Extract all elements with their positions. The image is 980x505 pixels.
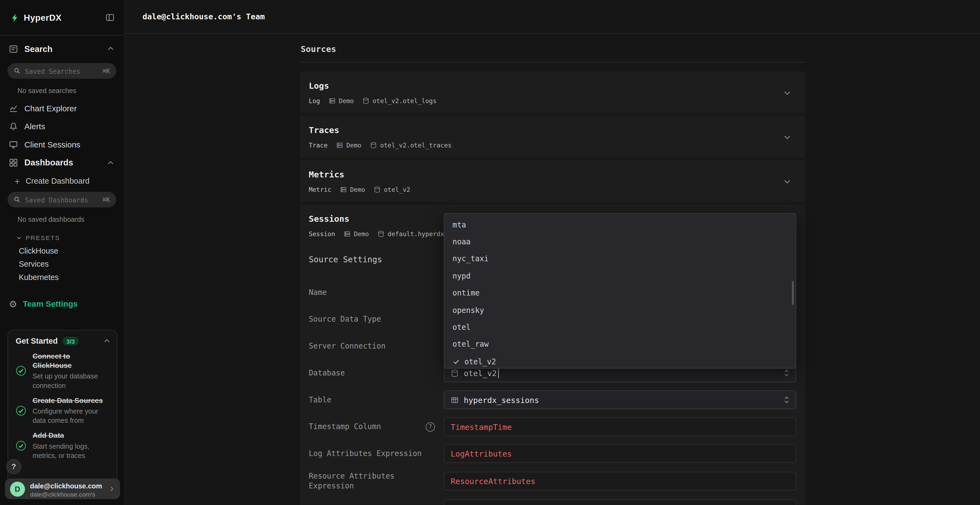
source-type-label: Trace — [309, 141, 328, 148]
user-menu[interactable]: D dale@clickhouse.com dale@clickhouse.co… — [5, 479, 120, 499]
chevron-up-icon — [107, 159, 115, 167]
timestamp-column-input[interactable]: TimestampTime — [444, 418, 796, 436]
database-icon — [377, 230, 384, 237]
preset-item-kubernetes[interactable]: Kubernetes — [0, 271, 124, 284]
get-started-item-title: Add Data — [32, 431, 111, 440]
source-data-type-label: Source Data Type — [309, 314, 381, 324]
get-started-item-desc: Set up your database connection — [32, 372, 111, 390]
get-started-item-sources[interactable]: Create Data Sources Configure where your… — [16, 396, 111, 425]
help-button[interactable]: ? — [6, 459, 21, 474]
create-dashboard-label: Create Dashboard — [25, 177, 89, 186]
dropdown-option-label: opensky — [452, 306, 484, 314]
form-row-resource-attributes: Resource Attributes Expression ResourceA… — [309, 471, 796, 491]
dropdown-option-label: nypd — [452, 272, 470, 280]
table-name: otel_v2.otel_traces — [380, 141, 452, 148]
source-card-logs[interactable]: Logs Log Demo ot — [300, 71, 805, 114]
dropdown-option-label: otel_raw — [452, 340, 488, 349]
clipped-input[interactable] — [444, 499, 796, 505]
get-started-item-add-data[interactable]: Add Data Start sending logs, metrics, or… — [16, 431, 111, 460]
table-select[interactable]: hyperdx_sessions — [444, 391, 796, 409]
kbd-shortcut: ⌘K — [102, 196, 110, 203]
database-value: otel_v2 — [464, 368, 497, 377]
saved-dashboards-placeholder: Saved Dashboards — [25, 196, 88, 203]
no-saved-searches-note: No saved searches — [0, 79, 124, 97]
user-name: dale@clickhouse.com — [30, 482, 102, 489]
source-card-metrics[interactable]: Metrics Metric Demo — [300, 160, 805, 202]
sidebar-section-dashboards[interactable]: Dashboards — [0, 154, 124, 172]
resource-attributes-input[interactable]: ResourceAttributes — [444, 472, 796, 490]
dropdown-option[interactable]: noaa — [444, 233, 795, 250]
preset-item-clickhouse[interactable]: ClickHouse — [0, 245, 124, 258]
kbd-shortcut: ⌘K — [102, 67, 110, 74]
chevron-down-icon[interactable] — [783, 89, 791, 97]
dropdown-option[interactable]: otel — [444, 319, 795, 336]
divider — [300, 62, 805, 62]
dropdown-option[interactable]: otel_raw — [444, 336, 795, 353]
monitor-icon — [9, 140, 18, 149]
hyperdx-logo-icon — [10, 13, 19, 22]
sidebar-item-team-settings[interactable]: ⚙ Team Settings — [0, 293, 124, 314]
resource-attributes-value: ResourceAttributes — [450, 476, 535, 486]
create-dashboard-button[interactable]: Create Dashboard — [0, 172, 124, 191]
sidebar-item-chart-explorer[interactable]: Chart Explorer — [0, 99, 124, 118]
sidebar-section-search[interactable]: Search — [0, 36, 124, 62]
team-settings-label: Team Settings — [23, 299, 78, 308]
source-card-title: Metrics — [309, 168, 796, 181]
get-started-item-title: Connect to ClickHouse — [32, 352, 111, 371]
log-attributes-input[interactable]: LogAttributes — [444, 444, 796, 463]
sidebar-item-label: Alerts — [24, 122, 45, 131]
server-icon — [344, 230, 351, 237]
resource-attributes-label: Resource Attributes Expression — [309, 471, 435, 491]
server-connection-label: Server Connection — [309, 341, 385, 351]
sidebar-item-client-sessions[interactable]: Client Sessions — [0, 135, 124, 154]
dropdown-option[interactable]: opensky — [444, 302, 795, 319]
source-type-label: Metric — [309, 186, 331, 193]
source-card-meta: Log Demo otel_v2.otel_logs — [309, 95, 796, 106]
chevron-right-icon — [108, 485, 115, 492]
form-row-timestamp-column: Timestamp Column ? TimestampTime — [309, 418, 796, 436]
dropdown-scrollbar[interactable] — [792, 281, 794, 305]
connection-badge: Demo — [329, 97, 354, 104]
dropdown-option-label: mta — [452, 221, 466, 229]
saved-searches-placeholder: Saved Searches — [25, 67, 80, 75]
user-workspace: dale@clickhouse.com's — [30, 491, 102, 499]
saved-searches-input[interactable]: Saved Searches ⌘K — [8, 63, 116, 79]
dropdown-option-selected[interactable]: otel_v2 — [444, 353, 795, 369]
saved-dashboards-input[interactable]: Saved Dashboards ⌘K — [8, 192, 116, 207]
presets-toggle[interactable]: PRESETS — [0, 226, 124, 245]
chevron-down-icon[interactable] — [783, 133, 791, 141]
page-header-title: dale@clickhouse.com's Team — [142, 12, 265, 21]
source-card-meta: Metric Demo otel_v2 — [309, 184, 796, 194]
connection-name: Demo — [354, 230, 369, 237]
dropdown-option[interactable]: ontime — [444, 284, 795, 302]
database-icon — [374, 186, 381, 193]
presets-label: PRESETS — [25, 234, 60, 241]
app-root: HyperDX Search Saved Searches ⌘K No save… — [0, 0, 980, 505]
dropdown-option[interactable]: nyc_taxi — [444, 250, 795, 267]
text-cursor — [498, 368, 499, 377]
collapse-sidebar-icon[interactable] — [106, 13, 115, 22]
get-started-item-connect[interactable]: Connect to ClickHouse Set up your databa… — [16, 352, 111, 390]
preset-item-services[interactable]: Services — [0, 258, 124, 271]
database-icon — [363, 97, 369, 104]
sidebar-item-label: Chart Explorer — [24, 104, 77, 113]
bell-icon — [9, 122, 18, 131]
table-name: otel_v2.otel_logs — [373, 97, 437, 104]
log-attributes-label: Log Attributes Expression — [309, 449, 422, 459]
database-icon — [450, 369, 459, 377]
no-saved-dashboards-note: No saved dashboards — [0, 207, 124, 226]
chevron-down-icon[interactable] — [783, 178, 791, 186]
database-icon — [370, 141, 377, 148]
get-started-card: Get Started 3/3 Connect to ClickHouse Se… — [8, 330, 118, 486]
dropdown-option[interactable]: nypd — [444, 267, 795, 284]
select-updown-icon — [784, 369, 789, 377]
dropdown-option[interactable]: mta — [444, 216, 795, 233]
get-started-header[interactable]: Get Started 3/3 — [16, 337, 111, 346]
search-icon — [14, 196, 21, 203]
sidebar-item-alerts[interactable]: Alerts — [0, 118, 124, 136]
check-circle-icon — [16, 365, 26, 376]
source-card-traces[interactable]: Traces Trace Demo — [300, 116, 805, 158]
chevron-up-icon — [107, 45, 115, 52]
log-attributes-value: LogAttributes — [450, 449, 512, 458]
help-icon[interactable]: ? — [426, 422, 435, 431]
